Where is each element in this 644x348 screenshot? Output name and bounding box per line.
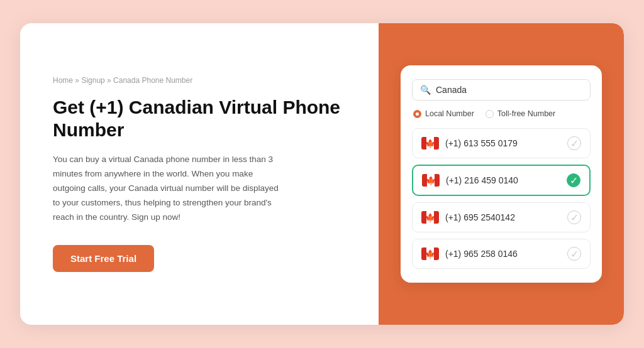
check-icon-2[interactable]: ✓: [567, 173, 580, 187]
tollfree-number-label: Toll-free Number: [497, 109, 555, 118]
maple-leaf-4: 🍁: [425, 250, 435, 258]
number-item-4[interactable]: 🍁 (+1) 965 258 0146 ✓: [412, 239, 591, 269]
breadcrumb-sep2: »: [107, 76, 113, 85]
breadcrumb-current: Canada Phone Number: [113, 76, 192, 85]
phone-number-3: (+1) 695 2540142: [445, 212, 515, 222]
search-input-value[interactable]: Canada: [436, 85, 467, 95]
right-panel: 🔍 Canada Local Number Toll-free Number: [379, 23, 624, 325]
phone-number-widget: 🔍 Canada Local Number Toll-free Number: [401, 65, 602, 283]
check-icon-3[interactable]: ✓: [567, 210, 581, 224]
maple-leaf-2: 🍁: [426, 177, 436, 185]
left-panel: Home » Signup » Canada Phone Number Get …: [20, 23, 379, 325]
search-icon: 🔍: [420, 85, 431, 95]
maple-leaf-1: 🍁: [425, 139, 435, 148]
search-bar[interactable]: 🔍 Canada: [412, 79, 591, 101]
canada-flag-3: 🍁: [421, 211, 439, 224]
canada-flag-4: 🍁: [421, 247, 439, 260]
number-type-row: Local Number Toll-free Number: [412, 109, 591, 118]
number-item-2[interactable]: 🍁 (+1) 216 459 0140 ✓: [412, 165, 591, 196]
page-title: Get (+1) Canadian Virtual Phone Number: [53, 96, 346, 141]
canada-flag-2: 🍁: [422, 174, 440, 187]
phone-number-1: (+1) 613 555 0179: [445, 138, 518, 148]
tollfree-number-option[interactable]: Toll-free Number: [486, 109, 555, 118]
number-item-1[interactable]: 🍁 (+1) 613 555 0179 ✓: [412, 128, 591, 158]
check-icon-4[interactable]: ✓: [567, 247, 581, 261]
local-number-label: Local Number: [425, 109, 474, 118]
page-description: You can buy a virtual Canada phone numbe…: [53, 153, 286, 225]
phone-number-2: (+1) 216 459 0140: [446, 175, 518, 185]
number-item-3[interactable]: 🍁 (+1) 695 2540142 ✓: [412, 202, 591, 232]
breadcrumb-home[interactable]: Home: [53, 76, 73, 85]
breadcrumb: Home » Signup » Canada Phone Number: [53, 76, 346, 85]
maple-leaf-3: 🍁: [425, 214, 435, 222]
check-icon-1[interactable]: ✓: [567, 136, 581, 150]
number-list: 🍁 (+1) 613 555 0179 ✓ 🍁 (+1) 216 459 014…: [412, 128, 591, 269]
breadcrumb-signup[interactable]: Signup: [81, 76, 104, 85]
number-item-1-left: 🍁 (+1) 613 555 0179: [421, 137, 518, 150]
start-trial-button[interactable]: Start Free Trial: [53, 245, 154, 272]
tollfree-number-radio[interactable]: [486, 110, 494, 118]
number-item-3-left: 🍁 (+1) 695 2540142: [421, 211, 515, 224]
local-number-option[interactable]: Local Number: [413, 109, 474, 118]
canada-flag-1: 🍁: [421, 137, 439, 150]
number-item-2-left: 🍁 (+1) 216 459 0140: [422, 174, 518, 187]
main-card: Home » Signup » Canada Phone Number Get …: [20, 23, 624, 325]
breadcrumb-sep1: »: [75, 76, 81, 85]
number-item-4-left: 🍁 (+1) 965 258 0146: [421, 247, 518, 260]
local-number-radio[interactable]: [413, 110, 421, 118]
phone-number-4: (+1) 965 258 0146: [445, 249, 518, 259]
